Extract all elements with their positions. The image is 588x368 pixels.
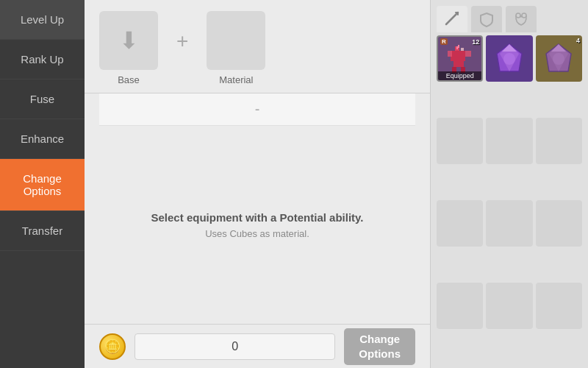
dash-area: - — [99, 93, 415, 126]
inventory-cell-7[interactable] — [486, 200, 532, 247]
sidebar-item-transfer[interactable]: Transfer — [0, 211, 85, 251]
sidebar-item-level-up[interactable]: Level Up — [0, 0, 85, 40]
info-sub: Uses Cubes as material. — [205, 228, 309, 239]
inventory-cell-4[interactable] — [486, 118, 532, 164]
svg-line-3 — [449, 19, 451, 21]
item-count: 4 — [576, 37, 580, 44]
coin-icon: 🪙 — [99, 333, 126, 360]
inventory-cell-6[interactable] — [437, 200, 483, 247]
inventory-cell-3[interactable] — [437, 118, 483, 164]
svg-rect-10 — [465, 51, 471, 57]
material-slot-container: Material — [207, 11, 265, 85]
svg-rect-7 — [451, 51, 465, 61]
tab-necklace[interactable] — [506, 6, 537, 32]
inventory-cell-1[interactable] — [486, 35, 532, 82]
sidebar: Level UpRank UpFuseEnhanceChange Options… — [0, 0, 85, 368]
inventory-cell-11[interactable] — [536, 283, 582, 329]
info-title: Select equipment with a Potential abilit… — [151, 211, 364, 224]
svg-rect-14 — [458, 45, 459, 48]
svg-rect-15 — [461, 48, 464, 51]
inventory-cell-10[interactable] — [486, 283, 532, 329]
sidebar-item-change-options[interactable]: Change Options — [0, 159, 85, 211]
inventory-cell-9[interactable] — [437, 283, 483, 329]
plus-icon: + — [173, 29, 192, 53]
rarity-badge: R — [440, 38, 448, 45]
svg-rect-9 — [448, 51, 452, 57]
svg-point-4 — [516, 13, 520, 18]
main-content: ⬇ Base + Material - Select equipment wit… — [85, 0, 588, 368]
slot-area: ⬇ Base + Material — [99, 11, 265, 85]
right-panel: R12Equipped 4 — [430, 0, 588, 368]
center-area: - Select equipment with a Potential abil… — [85, 93, 430, 324]
inventory-grid: R12Equipped 4 — [431, 32, 588, 368]
base-label: Base — [118, 74, 140, 85]
svg-point-5 — [522, 13, 526, 18]
inventory-cell-8[interactable] — [536, 200, 582, 247]
tab-weapon[interactable] — [437, 6, 467, 32]
download-icon: ⬇ — [119, 26, 139, 54]
inventory-cell-0[interactable]: R12Equipped — [437, 35, 483, 82]
item-count: 12 — [472, 38, 479, 46]
equipped-label: Equipped — [438, 71, 481, 80]
sidebar-item-fuse[interactable]: Fuse — [0, 79, 85, 119]
material-slot[interactable] — [207, 11, 265, 70]
cost-display: 0 — [135, 333, 335, 360]
bottom-bar: 🪙 0 ChangeOptions — [85, 324, 430, 368]
info-area: Select equipment with a Potential abilit… — [99, 126, 415, 324]
sidebar-item-rank-up[interactable]: Rank Up — [0, 40, 85, 79]
dash-text: - — [255, 101, 260, 117]
inventory-cell-5[interactable] — [536, 118, 582, 164]
svg-rect-13 — [456, 46, 458, 49]
base-slot[interactable]: ⬇ — [99, 11, 158, 70]
svg-point-23 — [553, 53, 564, 65]
sidebar-item-enhance[interactable]: Enhance — [0, 119, 85, 159]
svg-rect-8 — [453, 61, 464, 67]
material-label: Material — [219, 74, 253, 85]
tab-shield[interactable] — [471, 6, 502, 32]
change-options-button[interactable]: ChangeOptions — [344, 328, 415, 365]
inventory-cell-2[interactable]: 4 — [536, 35, 582, 82]
svg-line-0 — [446, 13, 458, 24]
base-slot-container: ⬇ Base — [99, 11, 158, 85]
svg-point-19 — [503, 53, 515, 65]
tab-row — [431, 0, 588, 32]
